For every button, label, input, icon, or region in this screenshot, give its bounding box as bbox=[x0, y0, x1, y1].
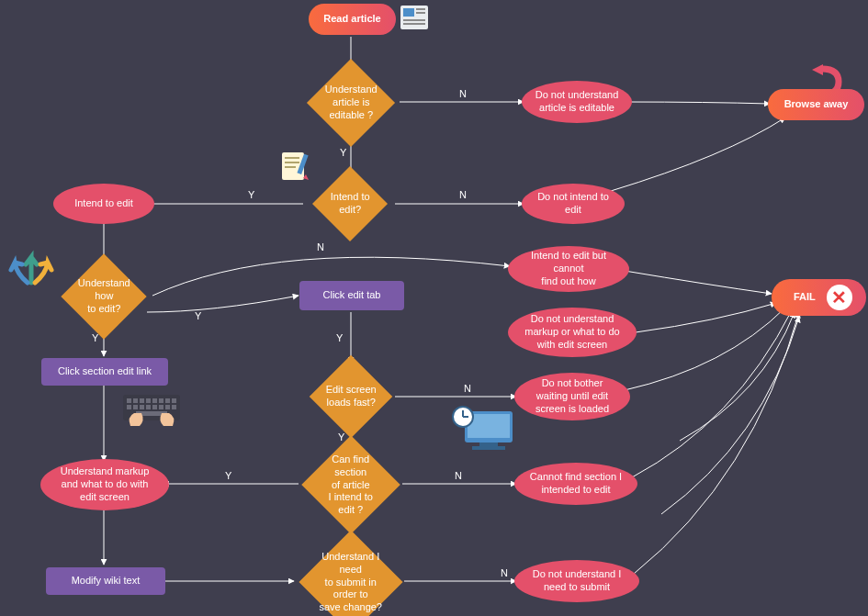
edge-label-n: N bbox=[459, 88, 467, 99]
terminator-read-article: Read article bbox=[309, 4, 396, 35]
modify-wiki-label: Modify wiki text bbox=[72, 575, 141, 588]
edge-label-n: N bbox=[317, 241, 324, 252]
state-do-not-intend: Do not intend to edit bbox=[522, 184, 625, 224]
not-understand-markup-top-label: Do not understand markup or what to do w… bbox=[524, 313, 619, 351]
state-not-bother-waiting: Do not bother waiting until edit screen … bbox=[514, 373, 630, 420]
not-bother-waiting-label: Do not bother waiting until edit screen … bbox=[535, 377, 609, 415]
svg-rect-15 bbox=[146, 398, 151, 403]
svg-rect-18 bbox=[165, 398, 170, 403]
process-modify-wiki: Modify wiki text bbox=[46, 567, 165, 595]
understand-submit-label: Understand I need to submit in order to … bbox=[318, 551, 384, 614]
edge-label-y: Y bbox=[338, 431, 344, 442]
read-article-label: Read article bbox=[323, 13, 380, 26]
state-not-understand-submit: Do not understand I need to submit bbox=[514, 560, 639, 602]
svg-rect-3 bbox=[416, 12, 425, 14]
edge-label-y: Y bbox=[340, 147, 346, 158]
svg-rect-22 bbox=[140, 405, 144, 409]
newspaper-icon bbox=[399, 2, 434, 33]
svg-rect-17 bbox=[159, 398, 163, 403]
edge-label-n: N bbox=[464, 383, 471, 394]
intend-cannot-find-label: Intend to edit but cannot find out how bbox=[531, 250, 606, 287]
svg-rect-5 bbox=[403, 23, 425, 25]
state-intend-cannot-find: Intend to edit but cannot find out how bbox=[508, 246, 629, 292]
svg-rect-14 bbox=[140, 398, 144, 403]
not-understand-editable-label: Do not understand article is editable bbox=[535, 89, 619, 115]
edge-label-n: N bbox=[501, 567, 508, 578]
svg-rect-16 bbox=[152, 398, 157, 403]
svg-rect-8 bbox=[285, 162, 299, 163]
state-intend-to-edit: Intend to edit bbox=[53, 184, 154, 224]
svg-rect-32 bbox=[472, 446, 505, 450]
not-understand-submit-label: Do not understand I need to submit bbox=[533, 568, 622, 594]
understand-how-label: Understand how to edit? bbox=[77, 277, 130, 315]
svg-rect-25 bbox=[159, 405, 163, 409]
svg-rect-21 bbox=[133, 405, 138, 409]
edge-label-n: N bbox=[455, 470, 462, 481]
click-edit-tab-label: Click edit tab bbox=[323, 289, 381, 302]
understand-editable-label: Understand article is editable ? bbox=[323, 84, 378, 121]
edit-screen-loads-label: Edit screen loads fast? bbox=[325, 384, 377, 409]
svg-rect-27 bbox=[172, 405, 176, 409]
edge-label-n: N bbox=[459, 189, 467, 200]
note-pencil-icon bbox=[280, 149, 317, 185]
svg-rect-24 bbox=[152, 405, 157, 409]
svg-rect-20 bbox=[127, 405, 131, 409]
keyboard-hands-icon bbox=[118, 389, 186, 433]
terminator-fail: FAIL ✕ bbox=[772, 279, 866, 316]
edge-label-y: Y bbox=[336, 332, 343, 343]
svg-rect-9 bbox=[285, 166, 296, 168]
svg-rect-26 bbox=[165, 405, 170, 409]
intend-to-edit-decision-label: Intend to edit? bbox=[327, 191, 373, 217]
cannot-find-section-label: Cannot find section I intended to edit bbox=[530, 471, 622, 497]
direction-arrows-icon bbox=[7, 246, 55, 294]
svg-rect-23 bbox=[146, 405, 151, 409]
svg-rect-13 bbox=[133, 398, 138, 403]
intend-to-edit-label: Intend to edit bbox=[74, 197, 133, 210]
svg-rect-31 bbox=[479, 442, 498, 446]
svg-rect-19 bbox=[172, 398, 176, 403]
svg-rect-1 bbox=[403, 8, 414, 17]
state-cannot-find-section: Cannot find section I intended to edit bbox=[514, 463, 637, 505]
edge-label-y: Y bbox=[92, 332, 98, 343]
svg-rect-2 bbox=[416, 8, 425, 10]
close-icon: ✕ bbox=[827, 285, 852, 310]
process-click-section-link: Click section edit link bbox=[41, 358, 168, 386]
edge-label-y: Y bbox=[225, 470, 231, 481]
svg-rect-4 bbox=[403, 19, 425, 21]
can-find-section-label: Can find section of article I intend to … bbox=[320, 454, 382, 517]
computer-clock-icon bbox=[450, 404, 518, 455]
fail-label: FAIL bbox=[794, 291, 816, 304]
svg-rect-12 bbox=[127, 398, 131, 403]
edge-label-y: Y bbox=[195, 310, 201, 321]
state-not-understand-editable: Do not understand article is editable bbox=[522, 81, 632, 123]
state-understand-markup: Understand markup and what to do with ed… bbox=[40, 459, 169, 510]
understand-markup-label: Understand markup and what to do with ed… bbox=[61, 465, 150, 503]
click-section-link-label: Click section edit link bbox=[58, 365, 152, 378]
terminator-browse-away: Browse away bbox=[768, 89, 864, 120]
svg-rect-7 bbox=[285, 157, 299, 159]
process-click-edit-tab: Click edit tab bbox=[299, 281, 404, 310]
browse-away-label: Browse away bbox=[784, 98, 849, 111]
do-not-intend-label: Do not intend to edit bbox=[537, 191, 609, 217]
edge-label-y: Y bbox=[248, 189, 254, 200]
state-not-understand-markup-top: Do not understand markup or what to do w… bbox=[508, 308, 637, 357]
